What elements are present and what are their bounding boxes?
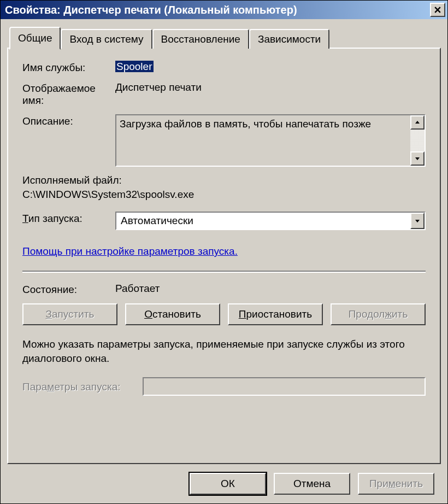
description-label: Описание: bbox=[22, 114, 115, 127]
tab-general[interactable]: Общие bbox=[9, 27, 61, 50]
client-area: Общие Вход в систему Восстановление Зави… bbox=[1, 19, 447, 503]
apply-button: Применить bbox=[358, 473, 434, 495]
description-scrollbar[interactable] bbox=[410, 115, 425, 166]
separator bbox=[22, 271, 426, 273]
startup-type-combo[interactable]: Автоматически bbox=[115, 212, 426, 230]
tab-recovery[interactable]: Восстановление bbox=[152, 29, 249, 49]
pause-button[interactable]: Приостановить bbox=[228, 303, 323, 325]
resume-button: Продолжить bbox=[331, 303, 426, 325]
status-value: Работает bbox=[115, 283, 426, 295]
tabstrip: Общие Вход в систему Восстановление Зави… bbox=[7, 27, 441, 49]
start-params-hint: Можно указать параметры запуска, применя… bbox=[22, 337, 426, 365]
window-title: Свойства: Диспетчер печати (Локальный ко… bbox=[5, 4, 430, 16]
dialog-footer: ОК Отмена Применить bbox=[7, 464, 441, 503]
start-params-label: Параметры запуска: bbox=[22, 380, 143, 393]
start-params-input bbox=[143, 377, 426, 396]
display-name-value: Диспетчер печати bbox=[115, 81, 426, 93]
stop-button[interactable]: Остановить bbox=[125, 303, 220, 325]
scroll-track[interactable] bbox=[410, 130, 425, 151]
ok-button[interactable]: ОК bbox=[190, 473, 266, 495]
description-text: Загрузка файлов в память, чтобы напечата… bbox=[116, 115, 410, 166]
startup-type-label: Тип запуска: bbox=[22, 212, 115, 225]
tab-logon[interactable]: Вход в систему bbox=[61, 29, 152, 49]
startup-type-value: Автоматически bbox=[116, 215, 410, 227]
tab-panel-general: Имя службы: Spooler Отображаемое имя: Ди… bbox=[7, 48, 441, 464]
status-label: Состояние: bbox=[22, 283, 115, 296]
display-name-label: Отображаемое имя: bbox=[22, 81, 115, 107]
service-name-value: Spooler bbox=[115, 61, 426, 73]
close-button[interactable] bbox=[430, 3, 445, 17]
combo-dropdown-button[interactable] bbox=[410, 213, 425, 229]
tab-dependencies[interactable]: Зависимости bbox=[249, 29, 329, 49]
exe-path-value: C:\WINDOWS\System32\spoolsv.exe bbox=[22, 189, 426, 201]
service-name-label: Имя службы: bbox=[22, 61, 115, 74]
titlebar[interactable]: Свойства: Диспетчер печати (Локальный ко… bbox=[1, 1, 447, 19]
scroll-up-button[interactable] bbox=[410, 115, 425, 130]
description-box: Загрузка файлов в память, чтобы напечата… bbox=[115, 114, 426, 167]
scroll-down-button[interactable] bbox=[410, 151, 425, 166]
cancel-button[interactable]: Отмена bbox=[274, 473, 350, 495]
dialog-window: Свойства: Диспетчер печати (Локальный ко… bbox=[0, 0, 448, 504]
startup-help-link[interactable]: Помощь при настройке параметров запуска. bbox=[22, 245, 238, 257]
exe-path-label: Исполняемый файл: bbox=[22, 174, 426, 186]
start-button: Запустить bbox=[22, 303, 117, 325]
